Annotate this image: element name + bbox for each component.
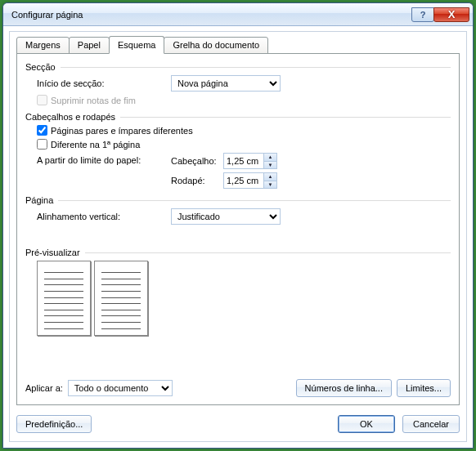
preview-page-right (94, 261, 148, 336)
group-headers: Cabeçalhos e rodapés (25, 112, 115, 122)
close-button[interactable]: X (433, 7, 469, 22)
preview-page-left (37, 261, 91, 336)
apply-to-label: Aplicar a: (25, 383, 63, 393)
spin-up-icon[interactable]: ▲ (264, 173, 276, 181)
first-page-checkbox[interactable] (37, 139, 47, 150)
valign-select[interactable]: Justificado (171, 208, 281, 225)
header-distance-input[interactable] (223, 153, 264, 169)
default-button[interactable]: Predefinição... (16, 415, 92, 433)
client-area: Margens Papel Esquema Grelha do document… (9, 31, 467, 442)
ok-button[interactable]: OK (338, 415, 395, 433)
group-section: Secção (25, 62, 56, 72)
suppress-endnotes-checkbox (37, 95, 47, 105)
odd-even-label: Páginas pares e ímpares diferentes (51, 126, 193, 136)
footer-distance-label: Rodapé: (171, 176, 223, 185)
help-button[interactable]: ? (411, 7, 434, 22)
tab-panel-esquema: Secção Início de secção: Nova página Sup… (16, 53, 460, 405)
borders-button[interactable]: Limites... (397, 379, 451, 397)
spin-down-icon[interactable]: ▼ (264, 181, 276, 189)
spin-up-icon[interactable]: ▲ (264, 154, 276, 162)
group-page: Página (25, 195, 53, 205)
window-title: Configurar página (11, 10, 412, 20)
cancel-button[interactable]: Cancelar (402, 415, 460, 433)
group-preview: Pré-visualizar (25, 248, 80, 257)
section-start-label: Início de secção: (37, 78, 171, 88)
odd-even-checkbox[interactable] (37, 125, 47, 136)
apply-to-select[interactable]: Todo o documento (68, 380, 173, 396)
dialog-window: Configurar página ? X Margens Papel Esqu… (2, 2, 474, 449)
titlebar[interactable]: Configurar página ? X (3, 3, 473, 26)
tab-esquema[interactable]: Esquema (109, 36, 164, 54)
preview-area (37, 261, 451, 336)
header-distance-label: Cabeçalho: (171, 156, 223, 166)
spin-down-icon[interactable]: ▼ (264, 162, 276, 169)
first-page-label: Diferente na 1ª página (51, 140, 140, 150)
tab-papel[interactable]: Papel (69, 37, 110, 54)
from-edge-label: A partir do limite do papel: (37, 153, 171, 165)
line-numbers-button[interactable]: Números de linha... (296, 379, 392, 397)
tab-strip: Margens Papel Esquema Grelha do document… (16, 37, 267, 54)
valign-label: Alinhamento vertical: (37, 212, 171, 221)
section-start-select[interactable]: Nova página (171, 75, 281, 92)
suppress-endnotes-label: Suprimir notas de fim (51, 96, 136, 105)
footer-distance-input[interactable] (223, 172, 264, 189)
tab-grelha[interactable]: Grelha do documento (164, 37, 268, 54)
tab-margens[interactable]: Margens (16, 37, 70, 54)
